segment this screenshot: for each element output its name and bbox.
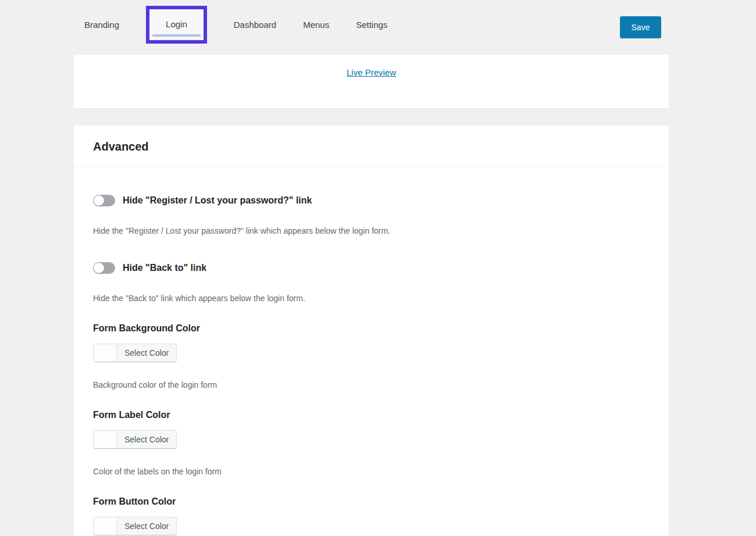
select-color-label: Select Color — [117, 431, 176, 448]
select-color-label: Select Color — [117, 517, 176, 535]
form-label-color-label: Form Label Color — [93, 410, 650, 420]
save-button[interactable]: Save — [620, 16, 661, 38]
live-preview-link[interactable]: Live Preview — [347, 67, 396, 77]
form-background-color-picker-button[interactable]: Select Color — [93, 344, 177, 362]
hide-back-to-link-toggle[interactable] — [93, 262, 115, 274]
hide-register-link-description: Hide the "Register / Lost your password?… — [93, 226, 650, 235]
color-swatch — [94, 517, 117, 535]
tab-menus[interactable]: Menus — [303, 20, 329, 30]
tab-login[interactable]: Login — [149, 9, 204, 40]
select-color-label: Select Color — [117, 344, 176, 362]
annotation-highlight-box: Login — [146, 6, 207, 44]
advanced-card-header: Advanced — [74, 126, 669, 166]
form-label-color-description: Color of the labels on the login form — [93, 467, 650, 476]
toggle-knob — [94, 195, 104, 206]
form-button-color-picker-button[interactable]: Select Color — [93, 517, 177, 535]
active-tab-underline — [152, 34, 201, 37]
toggle-knob — [94, 263, 104, 273]
setting-hide-register-link: Hide "Register / Lost your password?" li… — [93, 195, 650, 206]
tab-login-label: Login — [166, 19, 187, 29]
section-title-advanced: Advanced — [93, 140, 650, 153]
hide-back-to-link-label: Hide "Back to" link — [123, 263, 206, 273]
hide-back-to-link-description: Hide the "Back to" link which appears be… — [93, 294, 650, 303]
advanced-card: Advanced Hide "Register / Lost your pass… — [74, 126, 669, 536]
hide-register-link-label: Hide "Register / Lost your password?" li… — [123, 195, 312, 206]
settings-tabbar: Branding Login Dashboard Menus Settings — [84, 0, 387, 49]
hide-register-link-toggle[interactable] — [93, 195, 115, 206]
form-label-color-picker-button[interactable]: Select Color — [93, 430, 177, 449]
tab-branding[interactable]: Branding — [84, 20, 119, 30]
setting-hide-back-to-link: Hide "Back to" link — [93, 262, 650, 274]
color-swatch — [94, 431, 117, 448]
preview-card: Live Preview — [74, 55, 669, 108]
advanced-card-body: Hide "Register / Lost your password?" li… — [74, 195, 669, 536]
color-swatch — [94, 344, 117, 362]
tab-settings[interactable]: Settings — [356, 20, 387, 30]
form-button-color-label: Form Button Color — [93, 496, 650, 507]
tab-dashboard[interactable]: Dashboard — [234, 20, 276, 30]
form-background-color-description: Background color of the login form — [93, 380, 650, 390]
form-background-color-label: Form Background Color — [93, 323, 650, 334]
